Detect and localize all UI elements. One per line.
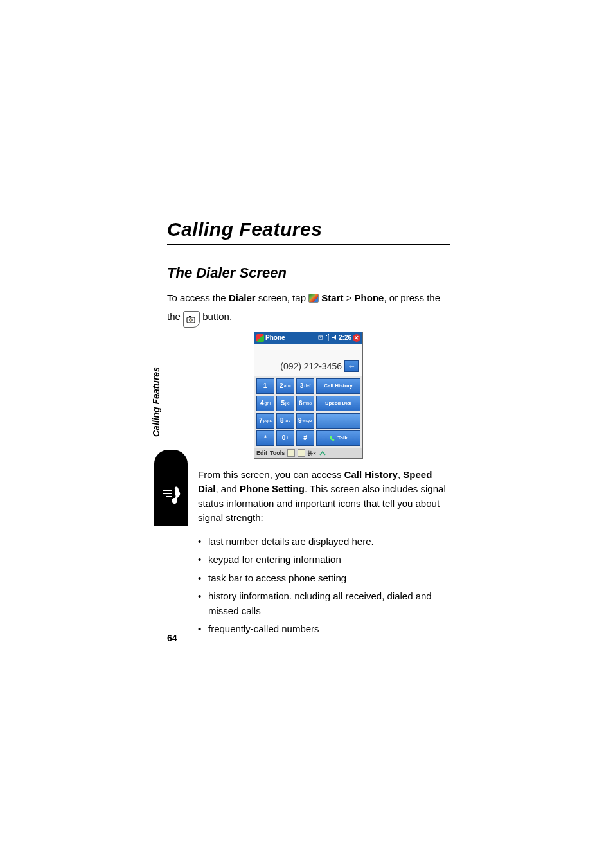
key-2: 2abc <box>276 378 294 394</box>
status-time: 2:26 <box>339 334 351 341</box>
up-arrow-icon <box>319 450 326 456</box>
windows-start-icon <box>308 294 319 303</box>
section-title: The Dialer Screen <box>167 265 450 281</box>
key-8: 8tuv <box>276 413 294 429</box>
signal-icon <box>326 334 331 341</box>
status-icons <box>318 334 337 342</box>
speed-dial-button: Speed Dial <box>316 396 360 411</box>
key-hash: # <box>296 430 314 446</box>
handset-icon <box>329 435 335 441</box>
key-4: 4ghi <box>256 396 274 411</box>
key-star: * <box>256 430 274 446</box>
phone-label: Phone <box>355 292 384 303</box>
svg-marker-10 <box>332 335 336 340</box>
list-item: keypad for entering information <box>198 553 450 567</box>
windows-flag-icon <box>256 334 264 342</box>
dialer-label: Dialer <box>229 292 256 303</box>
blank-button <box>316 413 360 429</box>
call-history-button: Call History <box>316 378 360 394</box>
key-1: 1 <box>256 378 274 394</box>
chapter-title: Calling Features <box>167 218 450 245</box>
speaker-icon <box>332 334 337 341</box>
intro-paragraph: To access the Dialer screen, tap Start >… <box>167 290 450 328</box>
keyboard-icon <box>298 449 305 457</box>
camera-button-icon <box>183 311 200 328</box>
list-item: history iinformation. ncluding all recei… <box>198 589 450 618</box>
key-0: 0+ <box>276 430 294 446</box>
list-item: task bar to access phone setting <box>198 571 450 586</box>
feature-bullet-list: last number details are displayed here. … <box>198 535 450 637</box>
key-9: 9wxyz <box>296 413 314 429</box>
dialed-number: (092) 212-3456 <box>258 361 342 371</box>
backspace-button: ← <box>344 360 359 372</box>
talk-button: Talk <box>316 430 360 446</box>
tools-menu: Tools <box>270 450 285 456</box>
list-item: last number details are displayed here. <box>198 535 450 549</box>
list-item: frequently-called numbers <box>198 622 450 637</box>
key-6: 6mno <box>296 396 314 411</box>
input-indicator: 拼× <box>308 450 316 457</box>
key-7: 7pqrs <box>256 413 274 429</box>
page-number: 64 <box>167 633 177 643</box>
svg-point-6 <box>190 319 191 321</box>
phone-dialer-figure: Phone 2:26 ✕ (092) 212-3456 ← 1 2abc 3de… <box>254 332 363 459</box>
figure-title: Phone <box>265 334 317 341</box>
close-icon: ✕ <box>353 334 360 342</box>
intro-part-the: the <box>167 311 183 322</box>
figure-title-bar: Phone 2:26 ✕ <box>254 332 362 344</box>
figure-bottom-bar: Edit Tools 拼× <box>254 448 362 458</box>
start-label: Start <box>321 292 343 303</box>
sip-icon <box>287 449 295 457</box>
sidebar-section-label: Calling Features <box>151 367 161 437</box>
keypad: 1 2abc 3def Call History 4ghi 5jkl 6mno … <box>254 376 362 448</box>
dialer-display: (092) 212-3456 ← <box>254 344 362 376</box>
body-paragraph: From this screen, you can access Call Hi… <box>198 468 450 526</box>
key-5: 5jkl <box>276 396 294 411</box>
edit-menu: Edit <box>256 450 267 456</box>
key-3: 3def <box>296 378 314 394</box>
svg-rect-5 <box>189 316 191 317</box>
